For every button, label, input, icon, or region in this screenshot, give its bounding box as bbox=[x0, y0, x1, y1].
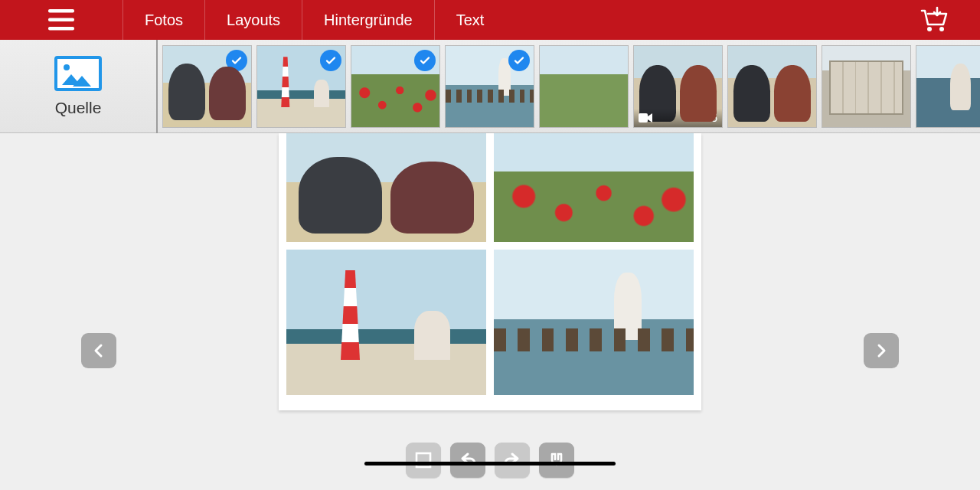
layout-cell-groyne-walk[interactable] bbox=[494, 250, 694, 395]
picture-icon bbox=[54, 56, 102, 91]
layout-cell-lighthouse-bike[interactable] bbox=[286, 250, 486, 395]
video-metadata: 0:15 bbox=[634, 109, 722, 127]
nav-tab-text[interactable]: Text bbox=[434, 0, 506, 40]
nav-tab-layouts[interactable]: Layouts bbox=[204, 0, 302, 40]
thumbnail-poppy-field[interactable] bbox=[351, 45, 440, 128]
nav-tab-label: Fotos bbox=[145, 11, 183, 29]
chevron-left-icon bbox=[91, 343, 106, 358]
selected-check-icon bbox=[226, 50, 247, 71]
snap-icon bbox=[547, 450, 567, 470]
canvas-area bbox=[0, 133, 980, 490]
hamburger-icon bbox=[48, 9, 74, 31]
layout-cell-poppy-field[interactable] bbox=[494, 133, 694, 242]
nav-tab-label: Hintergründe bbox=[324, 11, 413, 29]
cart-download-icon bbox=[919, 6, 949, 34]
source-button[interactable]: Quelle bbox=[0, 40, 158, 133]
thumbnail-strip: Quelle 0:15 bbox=[0, 40, 980, 133]
svg-rect-1 bbox=[48, 18, 74, 22]
svg-rect-5 bbox=[639, 113, 648, 122]
chevron-right-icon bbox=[874, 343, 889, 358]
nav-tab-label: Text bbox=[456, 11, 485, 29]
svg-point-3 bbox=[927, 27, 932, 31]
redo-icon bbox=[502, 450, 522, 470]
svg-point-4 bbox=[939, 27, 944, 31]
thumbnail-lighthouse-bike[interactable] bbox=[256, 45, 346, 128]
thumbnail-selfie-video[interactable]: 0:15 bbox=[633, 45, 723, 128]
next-page-button[interactable] bbox=[864, 333, 899, 368]
prev-page-button[interactable] bbox=[81, 333, 116, 368]
video-icon bbox=[639, 113, 652, 123]
top-nav: FotosLayoutsHintergründeText bbox=[0, 0, 980, 40]
thumbnail-portrait-stripes[interactable] bbox=[916, 45, 980, 128]
thumbnail-groyne-walk[interactable] bbox=[445, 45, 534, 128]
thumbnail-grass-sky[interactable] bbox=[539, 45, 629, 128]
layout-cell-selfie-beach[interactable] bbox=[286, 133, 486, 242]
undo-icon bbox=[458, 450, 478, 470]
fullscreen-button bbox=[406, 443, 441, 478]
thumbnail-beach-cabin[interactable] bbox=[822, 45, 911, 128]
redo-button bbox=[495, 443, 530, 478]
fullscreen-icon bbox=[413, 450, 433, 470]
svg-rect-2 bbox=[48, 27, 74, 31]
thumbnail-two-friends[interactable] bbox=[727, 45, 817, 128]
nav-tab-label: Layouts bbox=[227, 11, 280, 29]
cart-button[interactable] bbox=[888, 6, 980, 34]
undo-button[interactable] bbox=[450, 443, 485, 478]
source-label: Quelle bbox=[55, 99, 102, 117]
edit-toolbar bbox=[406, 443, 574, 478]
nav-tab-fotos[interactable]: Fotos bbox=[122, 0, 204, 40]
selected-check-icon bbox=[508, 50, 530, 71]
thumbnail-selfie-beach[interactable] bbox=[162, 45, 252, 128]
selected-check-icon bbox=[414, 50, 436, 71]
thumbnail-list: 0:15 bbox=[158, 41, 980, 132]
video-duration: 0:15 bbox=[697, 112, 717, 124]
nav-tab-hintergründe[interactable]: Hintergründe bbox=[302, 0, 434, 40]
layout-page[interactable] bbox=[279, 133, 701, 410]
home-indicator bbox=[364, 462, 616, 466]
svg-rect-0 bbox=[48, 9, 74, 13]
snap-button[interactable] bbox=[539, 443, 574, 478]
selected-check-icon bbox=[320, 50, 341, 71]
menu-button[interactable] bbox=[0, 9, 122, 31]
